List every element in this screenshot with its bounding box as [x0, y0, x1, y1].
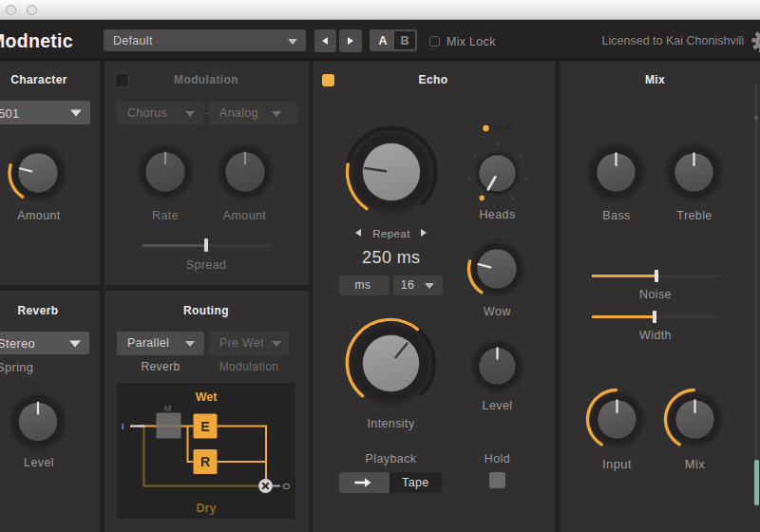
svg-text:O: O: [283, 481, 290, 491]
svg-text:M: M: [164, 404, 172, 413]
svg-text:R: R: [200, 454, 210, 469]
svg-text:E: E: [200, 419, 209, 434]
svg-text:Wet: Wet: [196, 390, 218, 404]
svg-text:Dry: Dry: [197, 502, 217, 515]
svg-text:I: I: [122, 421, 124, 431]
